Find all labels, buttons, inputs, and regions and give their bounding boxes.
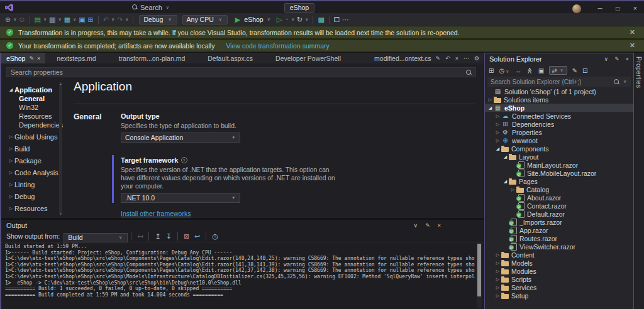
- tree-item[interactable]: MainLayout.razor: [485, 161, 633, 169]
- solution-explorer-search-input[interactable]: Search Solution Explorer (Ctrl+;) ∨: [487, 77, 631, 87]
- menu-item[interactable]: [79, 6, 88, 9]
- expand-arrow-icon[interactable]: [8, 87, 14, 92]
- menu-item[interactable]: [114, 6, 123, 9]
- title-search-box[interactable]: Search ∨: [132, 4, 170, 11]
- expand-arrow-icon[interactable]: [502, 154, 509, 160]
- expand-arrow-icon[interactable]: [494, 130, 501, 135]
- tree-item[interactable]: Layout: [485, 153, 633, 161]
- chevron-down-icon[interactable]: ∨: [604, 56, 609, 62]
- expand-arrow-icon[interactable]: [8, 206, 14, 211]
- menu-item[interactable]: [70, 6, 79, 9]
- pin-panel-icon[interactable]: ✎: [614, 56, 619, 62]
- tree-item[interactable]: Dependencies: [485, 120, 633, 128]
- tree-item[interactable]: Modules: [485, 267, 633, 275]
- copy-path-icon[interactable]: ▣: [538, 67, 544, 74]
- start-without-debugging-icon[interactable]: ▷: [275, 16, 283, 24]
- menu-item[interactable]: [35, 6, 44, 9]
- menu-item[interactable]: [26, 6, 35, 9]
- help-icon[interactable]: [181, 157, 187, 163]
- properties-nav-item[interactable]: Debug: [4, 192, 58, 201]
- more-options-icon[interactable]: ⋯: [341, 16, 350, 24]
- target-framework-dropdown[interactable]: .NET 10.0 ▾: [121, 193, 240, 203]
- collapse-all-icon[interactable]: ≪: [526, 67, 533, 73]
- properties-nav-item[interactable]: Build: [4, 144, 58, 153]
- expand-arrow-icon[interactable]: [487, 97, 494, 102]
- expand-arrow-icon[interactable]: [502, 179, 509, 184]
- output-scrollbar[interactable]: [477, 244, 482, 308]
- user-avatar[interactable]: [572, 4, 581, 13]
- open-file-icon[interactable]: ▥: [48, 16, 57, 24]
- chevron-down-icon[interactable]: ∨: [290, 17, 296, 22]
- view-transformation-summary-link[interactable]: View code transformation summary: [226, 42, 329, 50]
- expand-arrow-icon[interactable]: [8, 158, 14, 163]
- expand-arrow-icon[interactable]: [494, 122, 501, 127]
- chevron-down-icon[interactable]: ∨: [72, 17, 77, 22]
- tree-item[interactable]: Catalog: [485, 185, 633, 193]
- clear-all-icon[interactable]: ⊠: [181, 232, 192, 241]
- preview-tab[interactable]: modified...ontext.cs: [374, 55, 431, 62]
- menu-item[interactable]: [18, 6, 26, 9]
- sync-with-active-document-icon[interactable]: ↔: [515, 67, 521, 74]
- refresh-icon[interactable]: ↻: [296, 16, 304, 24]
- properties-nav-item[interactable]: Code Analysis: [4, 168, 58, 177]
- install-other-frameworks-link[interactable]: Install other frameworks: [121, 210, 191, 217]
- tree-item[interactable]: _Imports.razor: [485, 218, 633, 226]
- settings-icon[interactable]: ⚙: [474, 55, 480, 62]
- menu-item[interactable]: [97, 6, 106, 9]
- toggle-word-wrap-icon[interactable]: ↩: [192, 232, 203, 241]
- document-tab[interactable]: Default.aspx.cs ✎ ×: [196, 53, 264, 63]
- close-icon[interactable]: ✕: [627, 28, 638, 36]
- save-icon[interactable]: ▣: [77, 16, 86, 24]
- properties-side-tab[interactable]: Properties: [635, 57, 642, 89]
- tree-item[interactable]: Solutions items: [485, 95, 633, 104]
- properties-nav-item[interactable]: Package: [4, 156, 58, 165]
- platform-dropdown[interactable]: Any CPU∨: [182, 15, 228, 24]
- tree-item[interactable]: Solution 'eShop' (1 of 1 project): [485, 87, 633, 95]
- goto-next-message-icon[interactable]: ↧: [164, 232, 174, 241]
- live-share-icon[interactable]: ⧠: [333, 16, 341, 24]
- find-in-files-icon[interactable]: ▩: [316, 16, 325, 24]
- configuration-dropdown[interactable]: Debug∨: [139, 15, 177, 24]
- expand-arrow-icon[interactable]: [8, 170, 14, 175]
- tree-item[interactable]: Setup: [485, 291, 633, 300]
- pin-tab-icon[interactable]: ✎: [435, 55, 441, 62]
- tree-item[interactable]: Pages: [485, 177, 633, 185]
- tree-item[interactable]: Components: [485, 144, 633, 153]
- tree-item[interactable]: Connected Services: [485, 112, 633, 120]
- properties-nav-item[interactable]: Linting: [4, 180, 58, 189]
- properties-nav-item[interactable]: Resources: [4, 204, 58, 213]
- tree-item[interactable]: Routes.razor: [485, 234, 633, 242]
- chevron-down-icon[interactable]: ∨: [124, 17, 130, 22]
- chevron-down-icon[interactable]: ∨: [57, 17, 63, 22]
- expand-arrow-icon[interactable]: [494, 114, 501, 119]
- menu-item[interactable]: [53, 6, 62, 9]
- expand-arrow-icon[interactable]: [494, 285, 501, 290]
- properties-nav-item[interactable]: Global Usings: [4, 133, 58, 141]
- preview-selected-items-icon[interactable]: ⊡: [582, 67, 587, 74]
- redo-icon[interactable]: ↷: [116, 16, 124, 24]
- undo-icon[interactable]: ↶: [102, 16, 110, 24]
- chevron-down-icon[interactable]: ∨: [42, 17, 48, 22]
- expand-arrow-icon[interactable]: [494, 146, 501, 151]
- chevron-down-icon[interactable]: ∨: [304, 17, 309, 22]
- tree-item[interactable]: wwwroot: [485, 136, 633, 144]
- tree-item[interactable]: App.razor: [485, 226, 633, 234]
- document-tab[interactable]: Developer PowerShell ✎ ×: [264, 53, 352, 63]
- document-tab[interactable]: eShop ✎ ×: [1, 53, 45, 63]
- expand-arrow-icon[interactable]: [494, 293, 501, 298]
- find-message-icon[interactable]: ↤: [135, 232, 145, 241]
- properties-nav-item[interactable]: Resources: [4, 112, 58, 121]
- expand-arrow-icon[interactable]: [494, 138, 501, 143]
- output-type-dropdown[interactable]: Console Application ▾: [121, 133, 240, 143]
- chevron-down-icon[interactable]: ∨: [110, 17, 116, 22]
- navigate-back-icon[interactable]: ⊙: [18, 16, 26, 24]
- properties-nav-item[interactable]: Dependencies: [4, 121, 58, 129]
- output-source-dropdown[interactable]: Build ∨: [64, 233, 128, 242]
- pin-tab-icon[interactable]: ✎: [29, 55, 34, 62]
- start-debug-button[interactable]: ▶ eShop ∨: [234, 16, 272, 24]
- performance-profiler-icon[interactable]: ◔: [283, 16, 290, 23]
- more-tabs-icon[interactable]: ⋯: [463, 55, 470, 62]
- expand-arrow-icon[interactable]: [8, 194, 14, 199]
- add-item-icon[interactable]: ⊕: [4, 16, 12, 24]
- edit-filter-icon[interactable]: ✎: [572, 67, 577, 74]
